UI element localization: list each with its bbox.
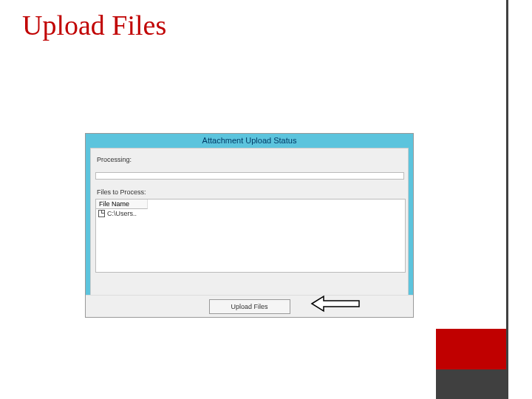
upload-files-button[interactable]: Upload Files (209, 299, 290, 314)
upload-status-dialog: Attachment Upload Status Processing: Fil… (85, 133, 414, 318)
files-list[interactable]: File Name C:\Users.. (95, 199, 406, 273)
dialog-title: Attachment Upload Status (86, 134, 413, 148)
slide-title: Upload Files (22, 9, 166, 41)
decorative-red-block (436, 329, 506, 369)
column-header-filename[interactable]: File Name (96, 200, 148, 209)
file-name-cell: C:\Users.. (107, 210, 137, 217)
table-row[interactable]: C:\Users.. (96, 209, 405, 218)
files-to-process-label: Files to Process: (97, 188, 146, 196)
dialog-body: Processing: Files to Process: File Name … (90, 148, 409, 297)
processing-label: Processing: (97, 156, 132, 163)
dialog-button-bar: Upload Files (86, 295, 413, 317)
decorative-gray-strip (436, 369, 506, 399)
document-icon (98, 210, 105, 217)
progress-bar (95, 172, 404, 180)
decorative-vertical-bar (506, 0, 508, 399)
